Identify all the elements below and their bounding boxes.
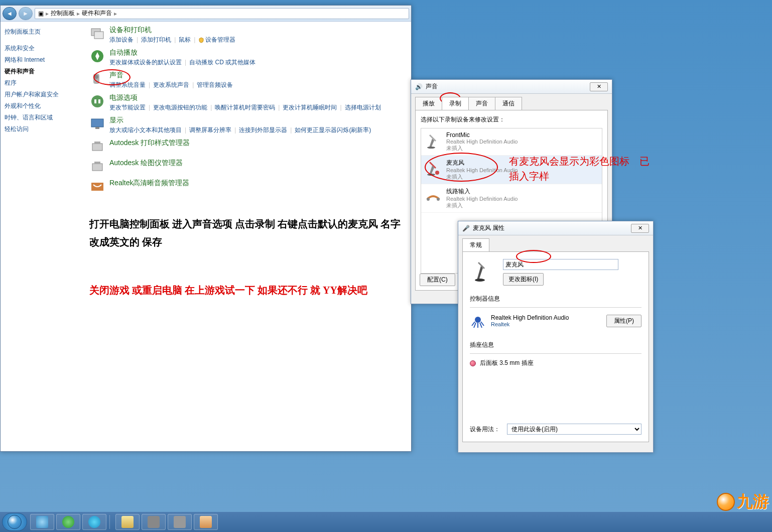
forward-button[interactable]: ► <box>19 7 33 20</box>
sound-tab[interactable]: 播放 <box>415 97 442 110</box>
sidebar-item[interactable]: 程序 <box>5 79 79 87</box>
category-title[interactable]: Autodesk 打印样式管理器 <box>109 139 405 148</box>
cp-sidebar: 控制面板主页 系统和安全网络和 Internet硬件和声音程序用户帐户和家庭安全… <box>1 22 83 451</box>
cp-home-link[interactable]: 控制面板主页 <box>5 28 79 36</box>
sidebar-item[interactable]: 用户帐户和家庭安全 <box>5 90 79 99</box>
category-row: 声音调整系统音量|更改系统声音|管理音频设备 <box>89 71 405 89</box>
device-icon <box>424 159 442 177</box>
sidebar-item[interactable]: 轻松访问 <box>5 125 79 134</box>
breadcrumb[interactable]: ▣ ▸ 控制面板 ▸ 硬件和声音 ▸ <box>35 8 409 19</box>
category-icon <box>89 139 105 155</box>
sidebar-item[interactable]: 时钟、语言和区域 <box>5 113 79 122</box>
category-link[interactable]: 连接到外部显示器 <box>239 126 287 134</box>
category-title[interactable]: Autodesk 绘图仪管理器 <box>109 159 405 168</box>
mic-dialog-title: 麦克风 属性 <box>473 224 504 232</box>
back-button[interactable]: ◄ <box>3 7 17 20</box>
sound-dialog-title-bar: 🔊 声音 ✕ <box>411 80 612 94</box>
controller-props-button[interactable]: 属性(P) <box>606 315 641 327</box>
recording-device-item[interactable]: FrontMicRealtek High Definition Audio未插入 <box>421 128 602 156</box>
controller-section-label: 控制器信息 <box>470 295 641 303</box>
controller-vendor[interactable]: Realtek <box>491 321 601 327</box>
configure-button[interactable]: 配置(C) <box>420 274 455 286</box>
category-link[interactable]: 更改计算机睡眠时间 <box>283 104 337 111</box>
category-link[interactable]: 调整系统音量 <box>109 81 146 88</box>
taskbar-item[interactable] <box>56 514 80 530</box>
category-link[interactable]: 自动播放 CD 或其他媒体 <box>189 59 255 66</box>
category-link[interactable]: 添加设备 <box>109 36 134 43</box>
category-icon <box>89 48 105 64</box>
category-link[interactable]: 唤醒计算机时需要密码 <box>215 104 275 111</box>
sound-tab[interactable]: 通信 <box>495 97 522 110</box>
sidebar-item[interactable]: 系统和安全 <box>5 44 79 53</box>
category-title[interactable]: 自动播放 <box>109 48 405 57</box>
category-link[interactable]: 设备管理器 <box>205 36 235 43</box>
category-link[interactable]: 更改系统声音 <box>153 81 189 88</box>
mic-icon: 🎤 <box>462 225 470 232</box>
svg-point-16 <box>427 174 435 176</box>
usage-select[interactable]: 使用此设备(启用) <box>507 424 641 435</box>
change-icon-button[interactable]: 更改图标(I) <box>503 273 544 286</box>
category-link[interactable]: 管理音频设备 <box>197 81 233 88</box>
svg-rect-12 <box>92 164 102 171</box>
breadcrumb-a[interactable]: 控制面板 <box>51 9 75 18</box>
category-link[interactable]: 添加打印机 <box>141 36 171 43</box>
category-link[interactable]: 鼠标 <box>179 36 191 43</box>
taskbar-item[interactable] <box>30 514 54 530</box>
sidebar-item[interactable]: 外观和个性化 <box>5 102 79 110</box>
device-icon <box>424 131 442 150</box>
category-icon <box>89 93 105 109</box>
category-link[interactable]: 调整屏幕分辨率 <box>189 126 231 134</box>
device-status: 未插入 <box>446 145 599 152</box>
category-row: Realtek高清晰音频管理器 <box>89 179 405 195</box>
breadcrumb-sep: ▸ <box>46 10 49 17</box>
watermark-text: 九游 <box>737 491 769 513</box>
sidebar-item[interactable]: 硬件和声音 <box>5 67 79 76</box>
svg-rect-7 <box>98 99 100 103</box>
svg-point-20 <box>475 279 485 282</box>
sidebar-item[interactable]: 网络和 Internet <box>5 56 79 64</box>
category-row: 设备和打印机添加设备|添加打印机|鼠标|设备管理器 <box>89 26 405 44</box>
jack-section-label: 插座信息 <box>470 341 641 349</box>
recording-device-item[interactable]: 麦克风Realtek High Definition Audio未插入 <box>421 156 602 184</box>
category-title[interactable]: 声音 <box>109 71 405 80</box>
category-row: Autodesk 打印样式管理器 <box>89 139 405 155</box>
category-link[interactable]: 选择电源计划 <box>345 104 381 111</box>
mic-large-icon <box>470 259 494 283</box>
taskbar-item[interactable] <box>142 514 166 530</box>
sound-tab[interactable]: 录制 <box>442 97 469 110</box>
breadcrumb-b[interactable]: 硬件和声音 <box>82 9 112 18</box>
tab-general[interactable]: 常规 <box>462 238 489 251</box>
close-button[interactable]: ✕ <box>590 82 608 91</box>
close-button[interactable]: ✕ <box>631 224 649 233</box>
taskbar-item[interactable] <box>115 514 140 530</box>
category-title[interactable]: 电源选项 <box>109 93 405 102</box>
taskbar-item[interactable] <box>82 514 106 530</box>
sound-tab[interactable]: 声音 <box>468 97 495 110</box>
start-button[interactable] <box>2 513 27 531</box>
category-link[interactable]: 更改节能设置 <box>109 104 146 111</box>
category-link[interactable]: 更改媒体或设备的默认设置 <box>109 59 182 66</box>
svg-rect-10 <box>92 144 102 151</box>
svg-rect-8 <box>91 119 103 127</box>
category-icon <box>89 71 105 87</box>
category-title[interactable]: 显示 <box>109 116 405 125</box>
jack-label: 后面板 3.5 mm 插座 <box>480 359 534 367</box>
category-link[interactable]: 放大或缩小文本和其他项目 <box>109 126 182 134</box>
category-link[interactable]: 更改电源按钮的功能 <box>153 104 207 111</box>
recording-device-item[interactable]: 线路输入Realtek High Definition Audio未插入 <box>421 184 602 213</box>
svg-rect-11 <box>94 142 100 144</box>
device-desc: Realtek High Definition Audio <box>446 196 599 202</box>
category-row: Autodesk 绘图仪管理器 <box>89 159 405 175</box>
category-link[interactable]: 如何更正显示器闪烁(刷新率) <box>295 126 371 134</box>
category-title[interactable]: Realtek高清晰音频管理器 <box>109 179 405 188</box>
svg-point-4 <box>94 75 98 79</box>
taskbar-item[interactable] <box>194 514 218 530</box>
shield-icon <box>198 37 204 43</box>
taskbar-item[interactable] <box>168 514 192 530</box>
svg-point-19 <box>437 198 440 201</box>
category-title[interactable]: 设备和打印机 <box>109 26 405 35</box>
usage-label: 设备用法： <box>470 425 500 434</box>
jack-color-icon <box>470 360 476 366</box>
taskbar <box>0 512 772 532</box>
mic-name-input[interactable] <box>503 259 618 270</box>
